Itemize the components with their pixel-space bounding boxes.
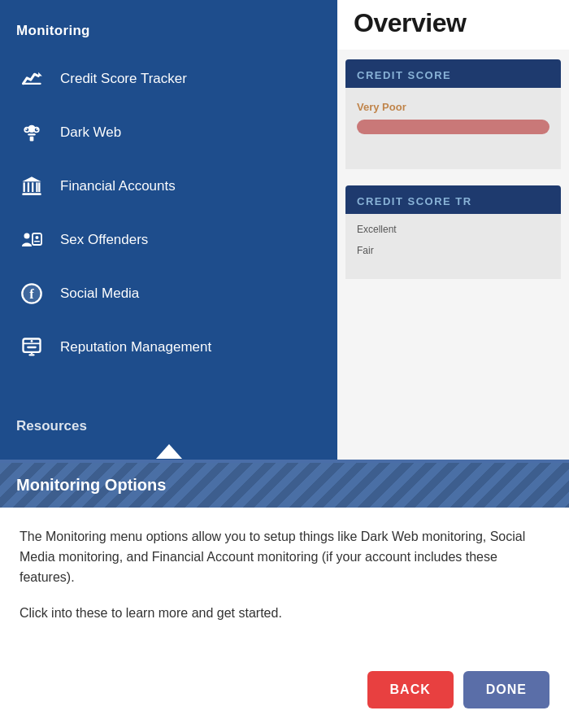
svg-marker-27 [156, 444, 182, 459]
tooltip-paragraph-1: The Monitoring menu options allow you to… [20, 527, 549, 587]
svg-rect-10 [32, 182, 33, 192]
score-bar [357, 120, 549, 134]
credit-tracker-card: CREDIT SCORE TR Excellent Fair [345, 185, 561, 279]
svg-rect-17 [34, 241, 40, 242]
sidebar-item-label-financial-accounts: Financial Accounts [60, 178, 176, 194]
sidebar-item-credit-score-tracker[interactable]: Credit Score Tracker [0, 52, 337, 106]
sidebar-item-label-reputation-management: Reputation Management [60, 339, 211, 355]
sidebar-item-label-credit-score-tracker: Credit Score Tracker [60, 71, 187, 87]
tooltip-title: Monitoring Options [16, 476, 553, 495]
svg-rect-12 [38, 182, 40, 192]
person-badge-icon [16, 225, 47, 255]
svg-rect-4 [30, 137, 34, 142]
tooltip-body: The Monitoring menu options allow you to… [0, 508, 569, 671]
svg-marker-7 [22, 177, 41, 181]
sidebar-item-financial-accounts[interactable]: Financial Accounts [0, 159, 337, 213]
sidebar-section-title: Monitoring [0, 16, 337, 52]
credit-score-content: Very Poor [345, 88, 561, 169]
svg-rect-26 [31, 352, 33, 354]
tracker-labels: Excellent Fair [357, 224, 549, 256]
svg-rect-3 [28, 133, 35, 135]
svg-point-23 [31, 340, 33, 342]
right-panel: Overview CREDIT SCORE Very Poor CREDIT S… [337, 0, 569, 464]
svg-rect-24 [27, 347, 37, 348]
tooltip-overlay: Monitoring Options The Monitoring menu o… [0, 460, 569, 728]
sidebar-item-label-social-media: Social Media [60, 286, 139, 302]
svg-marker-1 [38, 72, 42, 76]
right-header: Overview [337, 0, 569, 50]
back-button[interactable]: BACK [367, 671, 454, 708]
sidebar-item-dark-web[interactable]: Dark Web [0, 106, 337, 159]
social-icon: f [16, 278, 47, 309]
overview-title: Overview [354, 8, 553, 38]
done-button[interactable]: DONE [463, 671, 549, 708]
svg-rect-11 [36, 182, 37, 192]
sidebar-item-label-dark-web: Dark Web [60, 124, 121, 141]
credit-tracker-label: CREDIT SCORE TR [357, 195, 549, 207]
sidebar-item-social-media[interactable]: f Social Media [0, 267, 337, 320]
tooltip-paragraph-2: Click into these to learn more and get s… [20, 604, 549, 624]
sidebar-resources-label: Resources [0, 405, 337, 441]
scroll-up-arrow[interactable] [153, 441, 185, 460]
very-poor-label: Very Poor [357, 101, 549, 113]
bank-icon [16, 171, 47, 202]
svg-rect-25 [29, 354, 35, 355]
main-container: Monitoring Credit Score Tracker [0, 0, 569, 464]
excellent-label: Excellent [357, 224, 549, 235]
sidebar-item-reputation-management[interactable]: Reputation Management [0, 320, 337, 374]
sidebar-item-label-sex-offenders: Sex Offenders [60, 232, 148, 248]
credit-score-label: CREDIT SCORE [357, 69, 549, 81]
svg-point-16 [36, 236, 39, 239]
chart-icon [16, 63, 47, 94]
fair-label: Fair [357, 245, 549, 256]
svg-rect-13 [22, 193, 41, 195]
svg-rect-9 [28, 182, 29, 192]
sidebar-item-sex-offenders[interactable]: Sex Offenders [0, 213, 337, 267]
svg-point-14 [24, 233, 30, 239]
reputation-icon [16, 332, 47, 363]
spy-icon [16, 117, 47, 148]
tooltip-header: Monitoring Options [0, 463, 569, 508]
svg-text:f: f [29, 286, 34, 302]
tracker-content: Excellent Fair [345, 214, 561, 279]
svg-rect-8 [24, 182, 25, 192]
tooltip-actions: BACK DONE [0, 671, 569, 728]
credit-score-card: CREDIT SCORE Very Poor [345, 59, 561, 169]
sidebar: Monitoring Credit Score Tracker [0, 0, 337, 464]
